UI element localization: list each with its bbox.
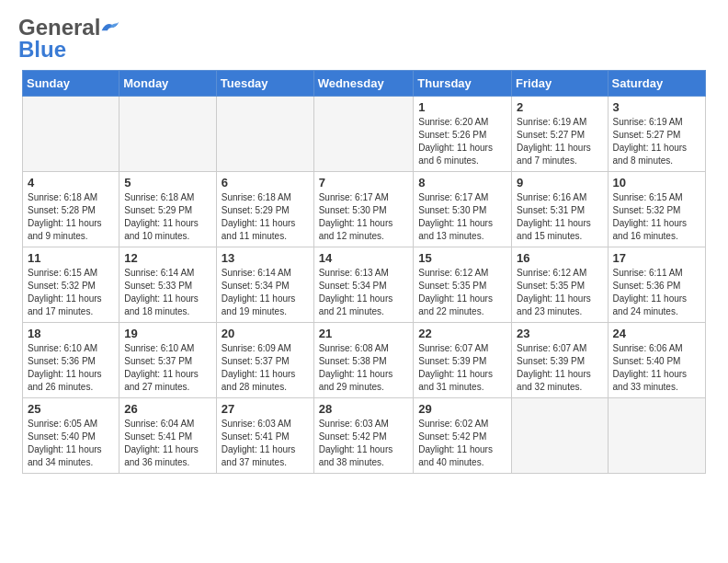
calendar-cell: 24Sunrise: 6:06 AM Sunset: 5:40 PM Dayli… xyxy=(608,323,705,398)
day-info: Sunrise: 6:02 AM Sunset: 5:42 PM Dayligh… xyxy=(418,418,506,469)
calendar-cell: 6Sunrise: 6:18 AM Sunset: 5:29 PM Daylig… xyxy=(216,172,313,247)
day-number: 1 xyxy=(418,100,506,114)
day-number: 20 xyxy=(222,327,309,340)
calendar-cell: 4Sunrise: 6:18 AM Sunset: 5:28 PM Daylig… xyxy=(23,172,119,247)
day-info: Sunrise: 6:15 AM Sunset: 5:32 PM Dayligh… xyxy=(28,267,114,318)
weekday-header: Wednesday xyxy=(313,71,414,97)
day-number: 21 xyxy=(319,327,409,340)
day-number: 26 xyxy=(124,402,211,416)
calendar-cell xyxy=(512,398,608,474)
calendar-cell xyxy=(23,97,119,172)
calendar-cell: 13Sunrise: 6:14 AM Sunset: 5:34 PM Dayli… xyxy=(216,247,313,323)
calendar-cell: 11Sunrise: 6:15 AM Sunset: 5:32 PM Dayli… xyxy=(23,247,119,323)
calendar-cell: 3Sunrise: 6:19 AM Sunset: 5:27 PM Daylig… xyxy=(608,97,705,172)
day-info: Sunrise: 6:15 AM Sunset: 5:32 PM Dayligh… xyxy=(613,191,700,243)
day-info: Sunrise: 6:13 AM Sunset: 5:34 PM Dayligh… xyxy=(319,267,409,318)
day-info: Sunrise: 6:03 AM Sunset: 5:41 PM Dayligh… xyxy=(222,418,309,469)
calendar-cell: 10Sunrise: 6:15 AM Sunset: 5:32 PM Dayli… xyxy=(608,172,705,247)
day-info: Sunrise: 6:11 AM Sunset: 5:36 PM Dayligh… xyxy=(613,267,700,318)
day-info: Sunrise: 6:14 AM Sunset: 5:33 PM Dayligh… xyxy=(124,267,211,318)
calendar-cell: 14Sunrise: 6:13 AM Sunset: 5:34 PM Dayli… xyxy=(313,247,414,323)
day-number: 11 xyxy=(28,251,114,265)
calendar-cell: 19Sunrise: 6:10 AM Sunset: 5:37 PM Dayli… xyxy=(119,323,217,398)
day-info: Sunrise: 6:18 AM Sunset: 5:29 PM Dayligh… xyxy=(124,191,211,243)
calendar-cell xyxy=(119,97,217,172)
logo: General Blue xyxy=(18,15,120,63)
calendar-cell: 5Sunrise: 6:18 AM Sunset: 5:29 PM Daylig… xyxy=(119,172,217,247)
day-info: Sunrise: 6:19 AM Sunset: 5:27 PM Dayligh… xyxy=(517,116,602,167)
day-info: Sunrise: 6:08 AM Sunset: 5:38 PM Dayligh… xyxy=(319,342,409,394)
day-info: Sunrise: 6:04 AM Sunset: 5:41 PM Dayligh… xyxy=(124,418,211,469)
calendar-cell: 9Sunrise: 6:16 AM Sunset: 5:31 PM Daylig… xyxy=(512,172,608,247)
weekday-header: Monday xyxy=(119,71,217,97)
calendar-cell: 16Sunrise: 6:12 AM Sunset: 5:35 PM Dayli… xyxy=(512,247,608,323)
day-info: Sunrise: 6:12 AM Sunset: 5:35 PM Dayligh… xyxy=(418,267,506,318)
day-info: Sunrise: 6:03 AM Sunset: 5:42 PM Dayligh… xyxy=(319,418,409,469)
day-number: 16 xyxy=(517,251,602,265)
weekday-header: Saturday xyxy=(608,71,705,97)
day-number: 29 xyxy=(418,402,506,416)
day-number: 17 xyxy=(613,251,700,265)
day-info: Sunrise: 6:09 AM Sunset: 5:37 PM Dayligh… xyxy=(222,342,309,394)
day-info: Sunrise: 6:12 AM Sunset: 5:35 PM Dayligh… xyxy=(517,267,602,318)
day-number: 15 xyxy=(418,251,506,265)
calendar-cell xyxy=(313,97,414,172)
calendar-cell: 12Sunrise: 6:14 AM Sunset: 5:33 PM Dayli… xyxy=(119,247,217,323)
calendar-cell: 23Sunrise: 6:07 AM Sunset: 5:39 PM Dayli… xyxy=(512,323,608,398)
day-number: 6 xyxy=(222,176,309,190)
day-number: 25 xyxy=(28,402,114,416)
logo-blue: Blue xyxy=(18,37,66,63)
calendar-cell: 1Sunrise: 6:20 AM Sunset: 5:26 PM Daylig… xyxy=(414,97,512,172)
calendar-cell: 8Sunrise: 6:17 AM Sunset: 5:30 PM Daylig… xyxy=(414,172,512,247)
day-number: 3 xyxy=(613,100,700,114)
day-number: 8 xyxy=(418,176,506,190)
calendar-cell: 22Sunrise: 6:07 AM Sunset: 5:39 PM Dayli… xyxy=(414,323,512,398)
day-info: Sunrise: 6:10 AM Sunset: 5:36 PM Dayligh… xyxy=(28,342,114,394)
calendar-cell: 26Sunrise: 6:04 AM Sunset: 5:41 PM Dayli… xyxy=(119,398,217,474)
day-info: Sunrise: 6:05 AM Sunset: 5:40 PM Dayligh… xyxy=(28,418,114,469)
calendar-cell: 27Sunrise: 6:03 AM Sunset: 5:41 PM Dayli… xyxy=(216,398,313,474)
weekday-header: Thursday xyxy=(414,71,512,97)
day-number: 4 xyxy=(28,176,114,190)
day-number: 2 xyxy=(517,100,602,114)
day-number: 14 xyxy=(319,251,409,265)
page-header: General Blue xyxy=(0,0,728,70)
day-number: 27 xyxy=(222,402,309,416)
day-info: Sunrise: 6:20 AM Sunset: 5:26 PM Dayligh… xyxy=(418,116,506,167)
logo-bird-icon xyxy=(100,19,120,36)
calendar-cell: 20Sunrise: 6:09 AM Sunset: 5:37 PM Dayli… xyxy=(216,323,313,398)
calendar-cell xyxy=(608,398,705,474)
day-info: Sunrise: 6:16 AM Sunset: 5:31 PM Dayligh… xyxy=(517,191,602,243)
calendar-cell: 28Sunrise: 6:03 AM Sunset: 5:42 PM Dayli… xyxy=(313,398,414,474)
day-number: 12 xyxy=(124,251,211,265)
day-info: Sunrise: 6:07 AM Sunset: 5:39 PM Dayligh… xyxy=(517,342,602,394)
calendar-cell: 18Sunrise: 6:10 AM Sunset: 5:36 PM Dayli… xyxy=(23,323,119,398)
calendar-cell: 25Sunrise: 6:05 AM Sunset: 5:40 PM Dayli… xyxy=(23,398,119,474)
day-number: 9 xyxy=(517,176,602,190)
day-info: Sunrise: 6:18 AM Sunset: 5:29 PM Dayligh… xyxy=(222,191,309,243)
day-number: 13 xyxy=(222,251,309,265)
day-number: 5 xyxy=(124,176,211,190)
day-info: Sunrise: 6:14 AM Sunset: 5:34 PM Dayligh… xyxy=(222,267,309,318)
day-number: 23 xyxy=(517,327,602,340)
day-number: 24 xyxy=(613,327,700,340)
day-number: 18 xyxy=(28,327,114,340)
weekday-header: Sunday xyxy=(23,71,119,97)
calendar-cell: 2Sunrise: 6:19 AM Sunset: 5:27 PM Daylig… xyxy=(512,97,608,172)
calendar-cell: 15Sunrise: 6:12 AM Sunset: 5:35 PM Dayli… xyxy=(414,247,512,323)
calendar-cell: 7Sunrise: 6:17 AM Sunset: 5:30 PM Daylig… xyxy=(313,172,414,247)
day-info: Sunrise: 6:19 AM Sunset: 5:27 PM Dayligh… xyxy=(613,116,700,167)
day-info: Sunrise: 6:18 AM Sunset: 5:28 PM Dayligh… xyxy=(28,191,114,243)
calendar-cell: 17Sunrise: 6:11 AM Sunset: 5:36 PM Dayli… xyxy=(608,247,705,323)
day-number: 28 xyxy=(319,402,409,416)
calendar-table: SundayMondayTuesdayWednesdayThursdayFrid… xyxy=(22,70,706,474)
day-number: 19 xyxy=(124,327,211,340)
day-info: Sunrise: 6:10 AM Sunset: 5:37 PM Dayligh… xyxy=(124,342,211,394)
day-number: 7 xyxy=(319,176,409,190)
day-info: Sunrise: 6:17 AM Sunset: 5:30 PM Dayligh… xyxy=(319,191,409,243)
calendar-cell xyxy=(216,97,313,172)
calendar-wrap: SundayMondayTuesdayWednesdayThursdayFrid… xyxy=(0,70,728,485)
day-number: 22 xyxy=(418,327,506,340)
day-info: Sunrise: 6:17 AM Sunset: 5:30 PM Dayligh… xyxy=(418,191,506,243)
weekday-header: Tuesday xyxy=(216,71,313,97)
